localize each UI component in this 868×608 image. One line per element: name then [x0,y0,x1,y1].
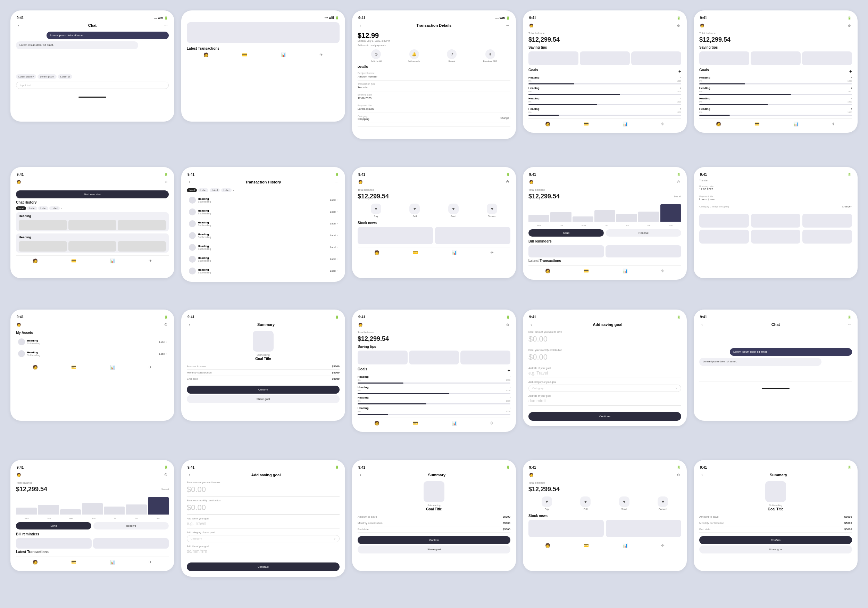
goal-4-arrow[interactable]: › [680,108,681,110]
goal-title-input[interactable]: dummirrit [529,397,681,406]
send-btn[interactable]: Send [16,522,91,529]
nav-send[interactable]: ✈ [149,258,152,263]
nav-person[interactable]: 🧑 [374,421,380,426]
clock-icon[interactable]: ⏱ [163,472,169,478]
more-icon[interactable]: ··· [505,23,510,28]
contribution-input[interactable]: $0.00 [187,502,339,515]
nav-card[interactable]: 💳 [413,421,418,426]
more-icon[interactable]: › [233,188,234,192]
goal-2-arrow[interactable]: › [680,87,681,89]
clock-icon[interactable]: ⏱ [505,179,510,185]
add-goal-btn[interactable]: + [679,68,681,74]
sell-btn[interactable]: ♥ Sell [409,204,420,218]
send-btn[interactable]: ♥ Send [448,204,459,218]
back-icon[interactable]: ‹ [699,472,705,478]
nav-card[interactable]: 💳 [584,543,589,548]
see-all-link[interactable]: See all [161,488,169,491]
repeat-btn[interactable]: ↺ Repeat [447,49,457,62]
search-icon[interactable]: ⊙ [846,23,852,28]
nav-card[interactable]: 💳 [71,258,76,263]
convert-btn[interactable]: ♥ Convert [487,204,497,218]
start-chat-btn[interactable]: Start new chat [16,190,169,198]
goal-arrow[interactable]: › [851,87,852,89]
nav-card[interactable]: 💳 [413,250,418,255]
continue-btn[interactable]: Continue [187,563,339,571]
back-icon[interactable]: ‹ [187,179,192,185]
label-more[interactable]: › [61,206,62,210]
nav-item-1[interactable]: 🧑 [203,53,209,58]
quick-reply-3[interactable]: Lorem ip [58,75,72,79]
back-icon[interactable]: ‹ [187,322,192,327]
change-btn[interactable]: Change › [842,205,852,208]
nav-send[interactable]: ✈ [149,365,152,370]
share-goal-btn[interactable]: Share goal [358,546,510,554]
buy-btn[interactable]: ♥ Buy [542,496,552,510]
sell-btn[interactable]: ♥ Sell [580,496,591,510]
back-icon[interactable]: ‹ [358,23,363,28]
nav-chart[interactable]: 📊 [794,121,798,126]
reminder-btn[interactable]: 🔔 Add reminder [408,49,420,62]
label-2[interactable]: Label [38,206,48,210]
nav-card[interactable]: 💳 [71,365,76,370]
search-icon[interactable]: ⊙ [505,322,510,327]
nav-card[interactable]: 💳 [584,121,589,126]
nav-send[interactable]: ✈ [661,269,665,274]
receive-btn[interactable]: Receive [93,522,169,529]
back-icon[interactable]: ‹ [187,472,192,478]
category-dropdown[interactable]: Category ∨ [529,385,681,392]
nav-chart[interactable]: 📊 [110,560,115,564]
goal-arrow[interactable]: › [510,386,510,389]
add-goal-btn[interactable]: + [508,368,510,373]
goal-arrow[interactable]: › [510,376,510,378]
more-icon[interactable]: ··· [163,23,169,28]
back-icon[interactable]: ‹ [529,322,534,327]
nav-chart[interactable]: 📊 [110,365,115,370]
search-icon[interactable]: ⊙ [676,472,681,478]
clock-icon[interactable]: ⏱ [676,179,681,185]
category-dropdown[interactable]: Category ∨ [187,535,339,542]
goal-arrow[interactable]: › [510,397,510,399]
quick-reply-1[interactable]: Lorem ipsum? [16,75,36,79]
send-btn[interactable]: ♥ Send [619,496,629,510]
label-active[interactable]: Label [187,188,197,192]
quick-reply-2[interactable]: Lorem ipsum [37,75,56,79]
nav-person[interactable]: 🧑 [33,560,38,564]
more-icon[interactable]: ··· [334,179,339,185]
continue-btn[interactable]: Continue [529,412,681,421]
chat-input[interactable]: Input text [16,82,169,89]
nav-send[interactable]: ✈ [832,121,835,126]
nav-person[interactable]: 🧑 [545,121,550,126]
search-icon[interactable]: ⊙ [676,23,681,28]
nav-send[interactable]: ✈ [490,421,494,426]
add-goal-btn[interactable]: + [849,68,852,74]
amount-input[interactable]: $0.00 [529,333,681,346]
label-3[interactable]: Label [221,188,231,192]
nav-card[interactable]: 💳 [755,121,760,126]
nav-person[interactable]: 🧑 [33,365,38,370]
nav-chart[interactable]: 📊 [623,269,628,274]
send-btn[interactable]: Send [529,229,604,236]
nav-person[interactable]: 🧑 [374,250,380,255]
label-1[interactable]: Label [198,188,208,192]
nav-person[interactable]: 🧑 [716,121,721,126]
goal-arrow[interactable]: › [510,407,510,409]
search-icon[interactable]: ⊙ [163,179,169,185]
goal-title-input[interactable]: dd/mm/rrrn [187,547,339,556]
nav-card[interactable]: 💳 [71,560,76,564]
share-goal-btn[interactable]: Share goal [187,395,339,403]
buy-btn[interactable]: ♥ Buy [371,204,381,218]
goal-arrow[interactable]: › [851,108,852,110]
convert-btn[interactable]: ♥ Convert [657,496,668,510]
more-icon[interactable]: ··· [846,322,852,327]
goal-1-arrow[interactable]: › [680,76,681,79]
receive-btn[interactable]: Receive [606,229,681,236]
nav-chart[interactable]: 📊 [623,121,628,126]
confirm-btn[interactable]: Confirm [699,536,852,544]
confirm-btn[interactable]: Confirm [358,536,510,544]
share-goal-btn[interactable]: Share goal [699,546,852,554]
confirm-btn[interactable]: Confirm [187,386,339,393]
goal-3-arrow[interactable]: › [680,97,681,100]
back-icon[interactable]: ‹ [16,23,22,28]
back-icon[interactable]: ‹ [358,472,363,478]
nav-chart[interactable]: 📊 [452,421,457,426]
